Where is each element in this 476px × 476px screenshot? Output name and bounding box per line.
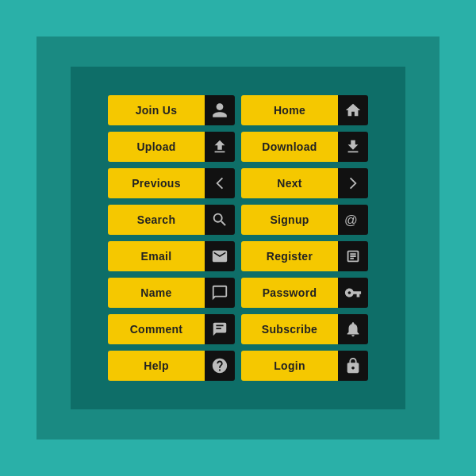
btn-icon-10 [205, 278, 235, 308]
btn-label-7: Signup [241, 205, 338, 235]
btn-signup[interactable]: Signup@ [241, 205, 368, 235]
btn-help[interactable]: Help [108, 351, 235, 381]
btn-subscribe[interactable]: Subscribe [241, 314, 368, 344]
btn-register[interactable]: Register [241, 241, 368, 271]
btn-label-14: Help [108, 351, 205, 381]
btn-icon-0 [205, 95, 235, 125]
btn-label-2: Upload [108, 132, 205, 162]
btn-label-1: Home [241, 95, 338, 125]
btn-label-3: Download [241, 132, 338, 162]
btn-label-0: Join Us [108, 95, 205, 125]
btn-icon-11 [338, 278, 368, 308]
btn-icon-8 [205, 241, 235, 271]
btn-label-4: Previous [108, 168, 205, 198]
svg-marker-1 [350, 178, 357, 190]
svg-text:@: @ [344, 213, 358, 227]
btn-login[interactable]: Login [241, 351, 368, 381]
btn-icon-12 [205, 314, 235, 344]
btn-icon-7: @ [338, 205, 368, 235]
button-grid: Join UsHomeUploadDownloadPreviousNextSea… [100, 87, 376, 389]
btn-icon-14 [205, 351, 235, 381]
btn-label-9: Register [241, 241, 338, 271]
btn-icon-6 [205, 205, 235, 235]
btn-icon-15 [338, 351, 368, 381]
btn-icon-1 [338, 95, 368, 125]
btn-icon-13 [338, 314, 368, 344]
btn-name[interactable]: Name [108, 278, 235, 308]
btn-upload[interactable]: Upload [108, 132, 235, 162]
btn-previous[interactable]: Previous [108, 168, 235, 198]
btn-icon-2 [205, 132, 235, 162]
btn-label-8: Email [108, 241, 205, 271]
btn-search[interactable]: Search [108, 205, 235, 235]
btn-next[interactable]: Next [241, 168, 368, 198]
btn-label-5: Next [241, 168, 338, 198]
btn-icon-5 [338, 168, 368, 198]
btn-password[interactable]: Password [241, 278, 368, 308]
btn-label-13: Subscribe [241, 314, 338, 344]
btn-icon-3 [338, 132, 368, 162]
svg-marker-0 [216, 178, 223, 190]
btn-label-10: Name [108, 278, 205, 308]
btn-label-15: Login [241, 351, 338, 381]
inner-panel: Join UsHomeUploadDownloadPreviousNextSea… [67, 63, 409, 413]
btn-label-6: Search [108, 205, 205, 235]
btn-comment[interactable]: Comment [108, 314, 235, 344]
btn-email[interactable]: Email [108, 241, 235, 271]
btn-icon-9 [338, 241, 368, 271]
outer-border: Join UsHomeUploadDownloadPreviousNextSea… [32, 32, 444, 444]
btn-label-11: Password [241, 278, 338, 308]
btn-download[interactable]: Download [241, 132, 368, 162]
btn-join-us[interactable]: Join Us [108, 95, 235, 125]
btn-home[interactable]: Home [241, 95, 368, 125]
btn-label-12: Comment [108, 314, 205, 344]
btn-icon-4 [205, 168, 235, 198]
